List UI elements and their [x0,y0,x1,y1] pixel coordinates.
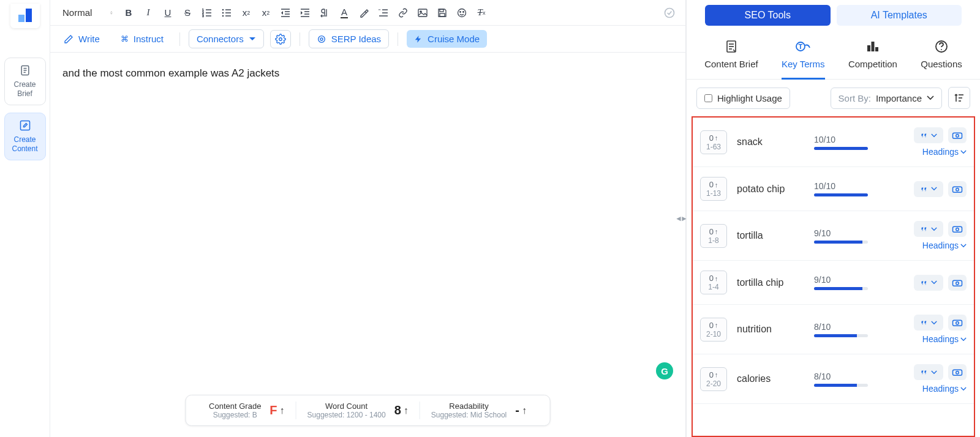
instruct-label: Instruct [134,34,164,44]
outdent-button[interactable] [279,7,292,19]
svg-point-34 [458,9,466,17]
indent-button[interactable] [299,7,311,19]
tab-content-brief[interactable]: Content Brief [704,39,758,79]
create-brief-button[interactable]: Create Brief [4,58,46,105]
tab-competition[interactable]: Competition [848,39,897,79]
quote-expand-button[interactable] [914,315,943,331]
clear-format-button[interactable]: Tx [475,7,488,19]
score-col: 8/10 [814,322,870,337]
view-button[interactable] [948,315,967,331]
connectors-dropdown[interactable]: Connectors [189,29,264,48]
word-count-stat: Word Count Suggested: 1200 - 1400 8↑ [296,402,420,419]
document-icon [19,64,31,77]
left-rail: Create Brief Create Content [0,0,50,437]
highlight-checkbox-input[interactable] [704,94,712,102]
count-range: 1-13 [706,189,722,198]
count-value: 0↑ [706,274,722,283]
blockquote-button[interactable]: ” [377,7,390,19]
superscript-button[interactable]: x2 [260,7,272,19]
editor-content[interactable]: and the most common example was A2 jacke… [50,53,685,437]
create-content-button[interactable]: Create Content [4,113,46,160]
write-button[interactable]: Write [56,30,107,48]
view-button[interactable] [948,364,967,380]
score-col: 10/10 [814,181,870,196]
tab-questions[interactable]: Questions [921,39,962,79]
readability-stat: Readability Suggested: Mid School -↑ [420,402,538,419]
image-button[interactable] [417,7,429,19]
grade-title: Content Grade [209,402,261,411]
svg-point-35 [460,11,461,12]
headings-link[interactable]: Headings [922,241,967,250]
svg-point-40 [320,38,323,40]
cruise-label: Cruise Mode [428,34,480,44]
headings-link[interactable]: Headings [922,334,967,344]
count-range: 2-10 [706,330,722,338]
subscript-button[interactable]: x2 [240,7,252,19]
highlight-color-button[interactable] [358,7,370,19]
paragraph-format-select[interactable]: Normal [60,6,115,19]
count-range: 1-63 [706,143,722,151]
serp-ideas-button[interactable]: SERP Ideas [309,29,389,48]
underline-button[interactable]: U [162,7,174,19]
score-bar [814,287,868,290]
up-arrow-icon: ↑ [280,405,285,416]
chevron-down-icon [931,227,937,231]
quote-expand-button[interactable] [914,364,943,380]
link-button[interactable] [397,7,409,19]
main-editor-area: Normal B I U S 123 x2 x2 A ” Tx [50,0,686,437]
count-range: 1-4 [706,283,722,291]
quote-expand-button[interactable] [914,127,943,143]
ordered-list-button[interactable]: 123 [201,7,213,19]
view-button[interactable] [948,181,967,197]
count-value: 0↑ [706,321,722,330]
count-range: 1-8 [706,236,722,245]
score-bar [814,241,868,244]
score-bar [814,193,868,196]
instruct-button[interactable]: ⌘ Instruct [113,30,171,48]
term-name: potato chip [737,184,804,195]
headings-link[interactable]: Headings [922,384,967,394]
highlight-usage-checkbox[interactable]: Highlight Usage [696,88,790,109]
svg-rect-49 [875,47,878,51]
quote-expand-button[interactable] [914,275,943,291]
save-button[interactable] [436,7,448,19]
camera-icon [952,368,963,376]
resize-handle[interactable]: ◄ ► [675,214,686,223]
unordered-list-button[interactable] [221,7,233,19]
cruise-mode-button[interactable]: Cruise Mode [407,30,487,48]
score-col: 9/10 [814,228,870,244]
quote-expand-button[interactable] [914,181,943,197]
read-value: - [515,403,519,417]
svg-rect-32 [440,9,443,12]
sort-dropdown[interactable]: Sort By: Importance [831,88,942,109]
view-button[interactable] [948,221,967,237]
read-sub: Suggested: Mid School [431,411,507,419]
emoji-button[interactable] [456,7,468,19]
text-color-button[interactable]: A [338,7,350,19]
quote-expand-button[interactable] [914,221,943,237]
camera-icon [952,131,963,140]
view-button[interactable] [948,275,967,291]
quote-icon [920,185,929,193]
strike-button[interactable]: S [181,7,194,19]
divider [398,32,398,46]
right-panel: SEO Tools AI Templates Content Brief T K… [686,0,980,437]
grammarly-badge[interactable]: G [656,362,673,379]
term-name: snack [737,136,804,148]
sort-direction-button[interactable] [948,87,970,109]
term-name: tortilla [737,230,804,241]
tool-ai-tabs: SEO Tools AI Templates [687,0,980,31]
seo-tools-tab[interactable]: SEO Tools [705,5,831,26]
svg-rect-57 [953,187,962,192]
svg-rect-63 [953,320,962,326]
settings-button[interactable] [270,30,291,48]
ai-templates-tab[interactable]: AI Templates [837,5,962,26]
bold-button[interactable]: B [123,7,135,19]
rtl-button[interactable] [318,7,331,19]
view-button[interactable] [948,127,967,143]
score-text: 9/10 [814,275,870,285]
italic-button[interactable]: I [142,7,154,19]
headings-link[interactable]: Headings [922,147,967,157]
svg-point-36 [463,11,464,12]
tab-key-terms[interactable]: T Key Terms [782,39,825,80]
